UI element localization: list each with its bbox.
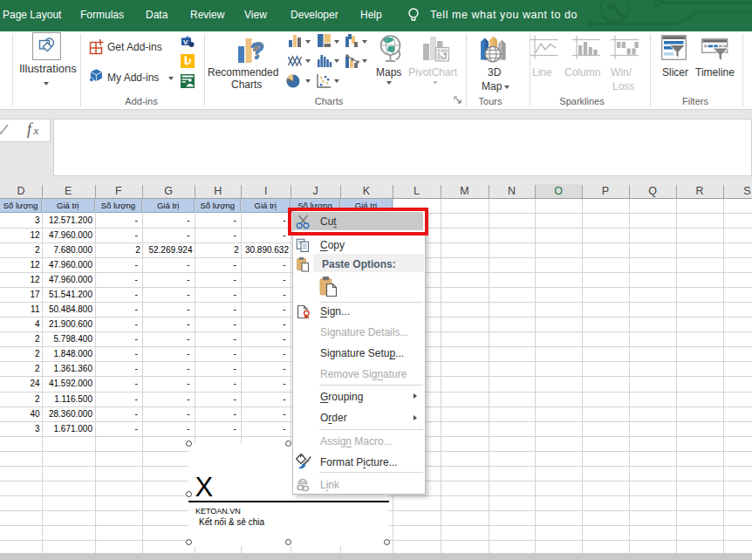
- svg-text:V: V: [183, 38, 188, 46]
- svg-text:?: ?: [250, 38, 264, 65]
